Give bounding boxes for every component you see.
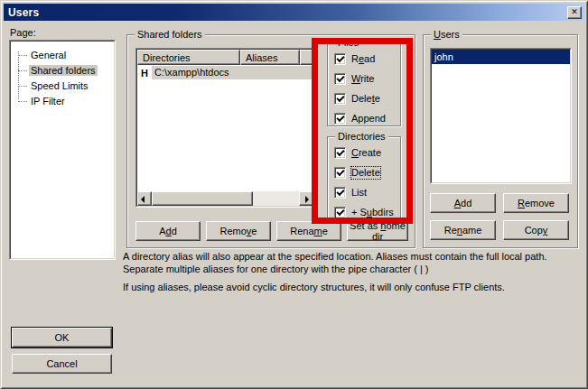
checkbox-subdirs[interactable]: + Subdirs bbox=[334, 207, 394, 218]
page-item-speed-limits[interactable]: Speed Limits bbox=[12, 79, 113, 94]
alias-note-text: A directory alias will also appear at th… bbox=[123, 250, 579, 275]
button-label: OK bbox=[55, 332, 70, 343]
button-label: Add bbox=[454, 198, 472, 208]
files-checkbox-list: Read Write Delete Append bbox=[334, 53, 386, 125]
checkbox-checked-icon[interactable] bbox=[334, 93, 346, 105]
checkbox-checked-icon[interactable] bbox=[334, 147, 346, 159]
page-item-label: Speed Limits bbox=[29, 80, 90, 91]
users-group: Users john Add Remove Rename Copy bbox=[423, 34, 578, 248]
checkbox-checked-icon[interactable] bbox=[334, 53, 346, 65]
close-button[interactable]: ✕ bbox=[567, 6, 582, 19]
scrollbar-thumb[interactable] bbox=[152, 191, 253, 206]
button-label: Add bbox=[159, 226, 177, 236]
close-icon: ✕ bbox=[571, 8, 578, 16]
page-item-label: IP Filter bbox=[29, 96, 67, 107]
column-header-directories[interactable]: Directories bbox=[137, 50, 240, 65]
button-label: Rename bbox=[290, 226, 328, 236]
page-label: Page: bbox=[10, 27, 36, 38]
button-label: Rename bbox=[444, 225, 482, 236]
page-tree: General Shared folders Speed Limits IP F… bbox=[12, 42, 113, 257]
directories-listview[interactable]: Directories Aliases H C:\xampp\htdocs bbox=[135, 48, 315, 208]
folder-rename-button[interactable]: Rename bbox=[276, 221, 341, 241]
ok-button[interactable]: OK bbox=[12, 328, 112, 347]
column-header-aliases[interactable]: Aliases bbox=[240, 50, 300, 65]
column-header-filler bbox=[300, 50, 313, 65]
folder-remove-button[interactable]: Remove bbox=[206, 221, 271, 241]
listview-body[interactable]: H C:\xampp\htdocs bbox=[137, 65, 313, 191]
window-title: Users bbox=[8, 6, 567, 19]
directory-path: C:\xampp\htdocs bbox=[152, 66, 313, 79]
user-rename-button[interactable]: Rename bbox=[430, 220, 496, 240]
listview-header: Directories Aliases bbox=[137, 50, 313, 65]
page-list[interactable]: General Shared folders Speed Limits IP F… bbox=[9, 40, 116, 260]
checkbox-label: Write bbox=[351, 73, 374, 85]
button-label: Remove bbox=[220, 226, 257, 236]
cancel-button[interactable]: Cancel bbox=[12, 354, 112, 374]
checkbox-label: List bbox=[351, 187, 367, 199]
checkbox-read[interactable]: Read bbox=[334, 53, 386, 65]
users-group-label: Users bbox=[431, 28, 462, 41]
button-label: Cancel bbox=[46, 358, 77, 369]
checkbox-label: Read bbox=[351, 53, 375, 65]
checkbox-label: Delete bbox=[351, 93, 380, 105]
scroll-left-icon bbox=[141, 196, 145, 203]
page-item-shared-folders[interactable]: Shared folders bbox=[12, 63, 113, 79]
files-permissions-group: Files Read Write Delete Append bbox=[327, 42, 401, 126]
checkbox-checked-icon[interactable] bbox=[334, 73, 346, 85]
checkbox-create[interactable]: Create bbox=[334, 147, 394, 159]
users-dialog: Users ✕ Page: General Shared folders Spe… bbox=[0, 0, 588, 389]
user-add-button[interactable]: Add bbox=[430, 193, 496, 213]
scroll-left-button[interactable] bbox=[137, 191, 152, 206]
set-as-home-dir-button[interactable]: Set as home dir bbox=[347, 221, 408, 241]
user-remove-button[interactable]: Remove bbox=[503, 193, 569, 213]
files-group-label: Files bbox=[335, 36, 361, 49]
page-item-ip-filter[interactable]: IP Filter bbox=[12, 94, 113, 109]
checkbox-checked-icon[interactable] bbox=[334, 113, 346, 125]
page-item-label: General bbox=[29, 50, 68, 60]
scrollbar-track[interactable] bbox=[253, 191, 299, 206]
page-item-label-selected: Shared folders bbox=[29, 65, 98, 76]
checkbox-delete-files[interactable]: Delete bbox=[334, 93, 386, 105]
button-label: Remove bbox=[518, 198, 555, 208]
folder-add-button[interactable]: Add bbox=[135, 221, 201, 241]
checkbox-label: + Subdirs bbox=[351, 207, 394, 218]
checkbox-checked-icon[interactable] bbox=[334, 187, 346, 199]
users-list[interactable]: john bbox=[430, 48, 572, 184]
checkbox-append[interactable]: Append bbox=[334, 113, 386, 125]
home-flag: H bbox=[137, 68, 152, 79]
checkbox-checked-icon[interactable] bbox=[334, 167, 346, 179]
directory-row[interactable]: H C:\xampp\htdocs bbox=[137, 65, 313, 80]
checkbox-label-focused: Delete bbox=[351, 167, 380, 179]
titlebar[interactable]: Users ✕ bbox=[4, 4, 584, 21]
checkbox-list[interactable]: List bbox=[334, 187, 394, 199]
folder-buttons-row: Add Remove Rename Set as home dir bbox=[135, 221, 408, 241]
checkbox-label: Append bbox=[351, 113, 386, 125]
checkbox-write[interactable]: Write bbox=[334, 73, 386, 85]
checkbox-label: Create bbox=[351, 147, 381, 159]
scroll-right-icon bbox=[305, 196, 309, 203]
user-item-selected[interactable]: john bbox=[432, 50, 570, 64]
shared-folders-group-label: Shared folders bbox=[135, 28, 205, 41]
directories-group-label: Directories bbox=[335, 130, 388, 143]
scroll-right-button[interactable] bbox=[299, 191, 313, 206]
cyclic-note-text: If using aliases, please avoid cyclic di… bbox=[123, 281, 579, 293]
user-copy-button[interactable]: Copy bbox=[503, 220, 569, 240]
button-label: Copy bbox=[525, 225, 548, 236]
checkbox-checked-icon[interactable] bbox=[334, 207, 346, 218]
directories-checkbox-list: Create Delete List + Subdirs bbox=[334, 147, 394, 218]
page-item-general[interactable]: General bbox=[12, 48, 113, 63]
button-label: Set as home dir bbox=[348, 220, 407, 242]
directories-permissions-group: Directories Create Delete List + Subdirs bbox=[327, 136, 401, 219]
horizontal-scrollbar[interactable] bbox=[137, 191, 313, 206]
checkbox-delete-dirs[interactable]: Delete bbox=[334, 167, 394, 179]
